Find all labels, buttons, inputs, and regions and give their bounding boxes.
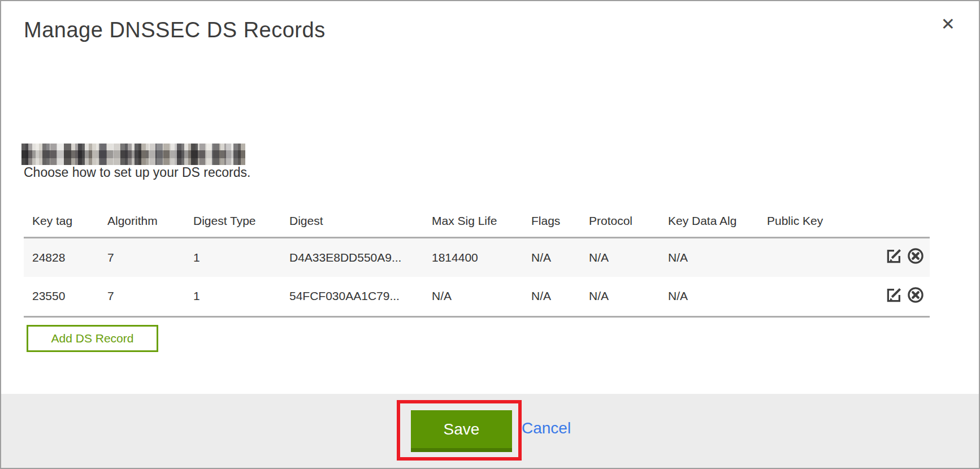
header-max-sig-life: Max Sig Life bbox=[432, 206, 531, 237]
modal-title: Manage DNSSEC DS Records bbox=[24, 18, 326, 42]
header-algorithm: Algorithm bbox=[107, 206, 193, 237]
row-actions bbox=[886, 237, 930, 277]
cell-algorithm: 7 bbox=[107, 277, 193, 316]
cell-key-tag: 23550 bbox=[24, 277, 107, 316]
cell-digest: D4A33E8DD550A9... bbox=[289, 237, 432, 277]
cell-digest-type: 1 bbox=[193, 277, 289, 316]
header-protocol: Protocol bbox=[589, 206, 668, 237]
instruction-text: Choose how to set up your DS records. bbox=[24, 165, 250, 180]
edit-icon[interactable] bbox=[886, 247, 903, 267]
cell-max-sig-life: 1814400 bbox=[432, 237, 531, 277]
cell-public-key bbox=[767, 277, 886, 316]
header-flags: Flags bbox=[531, 206, 589, 237]
table-row: 23550 7 1 54FCF030AA1C79... N/A N/A N/A … bbox=[24, 277, 930, 316]
cell-protocol: N/A bbox=[589, 277, 668, 316]
header-key-tag: Key tag bbox=[24, 206, 107, 237]
edit-icon[interactable] bbox=[886, 286, 903, 306]
table-row: 24828 7 1 D4A33E8DD550A9... 1814400 N/A … bbox=[24, 237, 930, 277]
add-ds-record-button[interactable]: Add DS Record bbox=[27, 325, 158, 352]
table-header-row: Key tag Algorithm Digest Type Digest Max… bbox=[24, 206, 930, 237]
header-key-data-alg: Key Data Alg bbox=[668, 206, 767, 237]
cancel-link[interactable]: Cancel bbox=[522, 419, 571, 437]
cell-digest-type: 1 bbox=[193, 237, 289, 277]
cell-key-tag: 24828 bbox=[24, 237, 107, 277]
cell-algorithm: 7 bbox=[107, 237, 193, 277]
cell-flags: N/A bbox=[531, 277, 589, 316]
cell-max-sig-life: N/A bbox=[432, 277, 531, 316]
header-digest-type: Digest Type bbox=[193, 206, 289, 237]
save-button[interactable]: Save bbox=[411, 410, 512, 452]
header-public-key: Public Key bbox=[767, 206, 886, 237]
close-icon[interactable]: ✕ bbox=[941, 15, 955, 34]
header-actions bbox=[886, 206, 930, 237]
delete-icon[interactable] bbox=[907, 286, 924, 306]
ds-records-table: Key tag Algorithm Digest Type Digest Max… bbox=[24, 206, 930, 318]
manage-dnssec-modal: Manage DNSSEC DS Records ✕ Choose how to… bbox=[0, 0, 980, 469]
cell-key-data-alg: N/A bbox=[668, 237, 767, 277]
cell-public-key bbox=[767, 237, 886, 277]
cell-flags: N/A bbox=[531, 237, 589, 277]
cell-digest: 54FCF030AA1C79... bbox=[289, 277, 432, 316]
cell-key-data-alg: N/A bbox=[668, 277, 767, 316]
cell-protocol: N/A bbox=[589, 237, 668, 277]
header-digest: Digest bbox=[289, 206, 432, 237]
redacted-domain-name bbox=[21, 144, 245, 165]
delete-icon[interactable] bbox=[907, 247, 924, 267]
row-actions bbox=[886, 277, 930, 316]
